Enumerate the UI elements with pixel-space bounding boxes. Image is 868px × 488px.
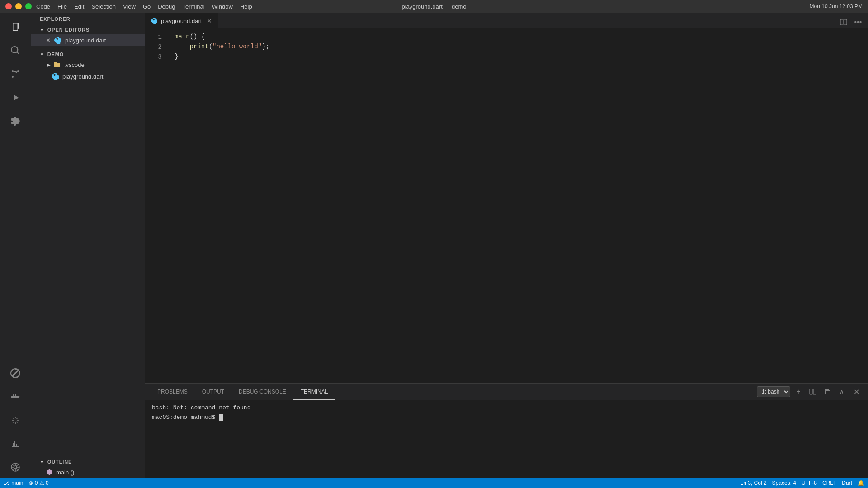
code-editor[interactable]: main() { print("hello world"); } bbox=[167, 28, 868, 383]
outline-main-label: main () bbox=[56, 469, 74, 476]
close-panel-button[interactable]: ✕ bbox=[850, 385, 863, 398]
activity-explorer[interactable] bbox=[5, 16, 26, 38]
terminal-line-2: macOS:demo mahmud$ bbox=[152, 413, 861, 422]
terminal-panel: PROBLEMS OUTPUT DEBUG CONSOLE TERMINAL 1… bbox=[145, 383, 868, 478]
titlebar: Code File Edit Selection View Go Debug T… bbox=[0, 0, 868, 13]
outline-chevron: ▼ bbox=[40, 460, 45, 465]
editor-content: 1 2 3 main() { print("hello world"); } bbox=[145, 28, 868, 383]
tab-terminal[interactable]: TERMINAL bbox=[293, 384, 335, 400]
status-spaces[interactable]: Spaces: 4 bbox=[772, 480, 796, 486]
minimize-button[interactable] bbox=[15, 3, 22, 9]
status-encoding[interactable]: UTF-8 bbox=[802, 480, 817, 486]
activity-bar bbox=[0, 13, 31, 478]
open-editor-playground-dart[interactable]: ✕ playground.dart bbox=[31, 34, 145, 46]
menu-debug[interactable]: Debug bbox=[158, 3, 175, 10]
svg-rect-14 bbox=[813, 389, 816, 394]
status-bar: ⎇ main ⊗ 0 ⚠ 0 Ln 3, Col 2 Spaces: 4 UTF… bbox=[0, 478, 868, 488]
panel-tab-bar: PROBLEMS OUTPUT DEBUG CONSOLE TERMINAL 1… bbox=[145, 384, 868, 400]
svg-point-1 bbox=[12, 76, 14, 78]
menu-selection[interactable]: Selection bbox=[91, 3, 115, 10]
status-right: Ln 3, Col 2 Spaces: 4 UTF-8 CRLF Dart 🔔 bbox=[741, 480, 864, 486]
open-editor-label: playground.dart bbox=[65, 37, 106, 44]
svg-rect-7 bbox=[15, 394, 16, 396]
more-actions-icon[interactable]: ••• bbox=[852, 16, 864, 28]
menu-go[interactable]: Go bbox=[143, 3, 151, 10]
vscode-folder-label: .vscode bbox=[64, 61, 85, 68]
new-terminal-button[interactable]: + bbox=[792, 385, 805, 398]
menu-window[interactable]: Window bbox=[212, 3, 233, 10]
explorer-header: EXPLORER bbox=[31, 13, 145, 23]
window-title: playground.dart — demo bbox=[401, 3, 466, 10]
menu-file[interactable]: File bbox=[57, 3, 67, 10]
close-button[interactable] bbox=[5, 3, 12, 9]
system-info: Mon 10 Jun 12:03 PM bbox=[810, 3, 863, 9]
demo-chevron: ▼ bbox=[40, 52, 45, 57]
activity-search[interactable] bbox=[5, 40, 26, 61]
dart-file-icon-2 bbox=[51, 72, 60, 81]
outline-main-item[interactable]: main () bbox=[31, 466, 145, 478]
split-terminal-button[interactable] bbox=[807, 385, 819, 398]
tab-playground-dart[interactable]: playground.dart ✕ bbox=[145, 13, 218, 28]
folder-icon bbox=[52, 60, 61, 69]
activity-docker[interactable] bbox=[5, 386, 26, 408]
line-numbers: 1 2 3 bbox=[145, 28, 167, 383]
status-notification[interactable]: 🔔 bbox=[858, 480, 864, 486]
activity-analytics[interactable] bbox=[5, 433, 26, 455]
dart-file-icon bbox=[53, 36, 62, 45]
menu-help[interactable]: Help bbox=[240, 3, 252, 10]
svg-point-2 bbox=[17, 70, 19, 72]
svg-rect-13 bbox=[810, 389, 812, 394]
menu-terminal[interactable]: Terminal bbox=[183, 3, 205, 10]
split-editor-icon[interactable] bbox=[837, 16, 850, 28]
menu-view[interactable]: View bbox=[123, 3, 136, 10]
playground-dart-item[interactable]: playground.dart bbox=[31, 70, 145, 82]
activity-extensions[interactable] bbox=[5, 110, 26, 132]
terminal-line-1: bash: Not: command not found bbox=[152, 404, 861, 413]
status-branch[interactable]: ⎇ main bbox=[4, 480, 23, 486]
window-controls[interactable] bbox=[5, 3, 32, 9]
code-line-3: } bbox=[175, 52, 868, 62]
tab-dart-icon bbox=[151, 18, 157, 24]
app-container: EXPLORER ▼ OPEN EDITORS ✕ playground.dar… bbox=[0, 13, 868, 478]
terminal-cursor bbox=[219, 414, 223, 421]
activity-helm[interactable] bbox=[5, 456, 26, 478]
status-errors[interactable]: ⊗ 0 ⚠ 0 bbox=[28, 480, 48, 486]
tab-problems[interactable]: PROBLEMS bbox=[150, 384, 195, 400]
menu-code[interactable]: Code bbox=[36, 3, 50, 10]
terminal-prompt: macOS:demo mahmud$ bbox=[152, 414, 219, 421]
editor-area: playground.dart ✕ ••• 1 2 3 main() { pri… bbox=[145, 13, 868, 478]
menu-edit[interactable]: Edit bbox=[74, 3, 84, 10]
svg-rect-8 bbox=[13, 394, 14, 396]
svg-point-9 bbox=[14, 466, 17, 469]
tab-close-button[interactable]: ✕ bbox=[205, 17, 213, 25]
sidebar: EXPLORER ▼ OPEN EDITORS ✕ playground.dar… bbox=[31, 13, 145, 478]
playground-dart-label: playground.dart bbox=[62, 73, 103, 80]
activity-run[interactable] bbox=[5, 409, 26, 431]
maximize-button[interactable] bbox=[25, 3, 32, 9]
tab-bar-actions: ••• bbox=[834, 16, 868, 28]
demo-header[interactable]: ▼ DEMO bbox=[31, 48, 145, 59]
activity-debug[interactable] bbox=[5, 87, 26, 108]
terminal-shell-selector[interactable]: 1: bash bbox=[757, 386, 790, 397]
svg-rect-11 bbox=[840, 19, 843, 25]
activity-remote[interactable] bbox=[5, 362, 26, 384]
vscode-folder-item[interactable]: ▶ .vscode bbox=[31, 59, 145, 70]
close-icon[interactable]: ✕ bbox=[43, 36, 52, 45]
tab-debug-console[interactable]: DEBUG CONSOLE bbox=[231, 384, 293, 400]
activity-source-control[interactable] bbox=[5, 63, 26, 85]
tab-label: playground.dart bbox=[161, 18, 202, 24]
status-ln-col[interactable]: Ln 3, Col 2 bbox=[741, 480, 767, 486]
maximize-panel-button[interactable]: ∧ bbox=[835, 385, 848, 398]
outline-header[interactable]: ▼ OUTLINE bbox=[31, 455, 145, 466]
tab-bar: playground.dart ✕ ••• bbox=[145, 13, 868, 28]
menu-bar[interactable]: Code File Edit Selection View Go Debug T… bbox=[36, 3, 252, 10]
status-language[interactable]: Dart bbox=[842, 480, 852, 486]
code-line-1: main() { bbox=[175, 32, 868, 42]
panel-actions: 1: bash + 🗑 ∧ ✕ bbox=[757, 385, 863, 398]
terminal-content[interactable]: bash: Not: command not found macOS:demo … bbox=[145, 400, 868, 478]
tab-output[interactable]: OUTPUT bbox=[195, 384, 231, 400]
open-editors-chevron: ▼ bbox=[40, 28, 45, 33]
open-editors-header[interactable]: ▼ OPEN EDITORS bbox=[31, 23, 145, 34]
status-eol[interactable]: CRLF bbox=[822, 480, 836, 486]
kill-terminal-button[interactable]: 🗑 bbox=[821, 385, 834, 398]
